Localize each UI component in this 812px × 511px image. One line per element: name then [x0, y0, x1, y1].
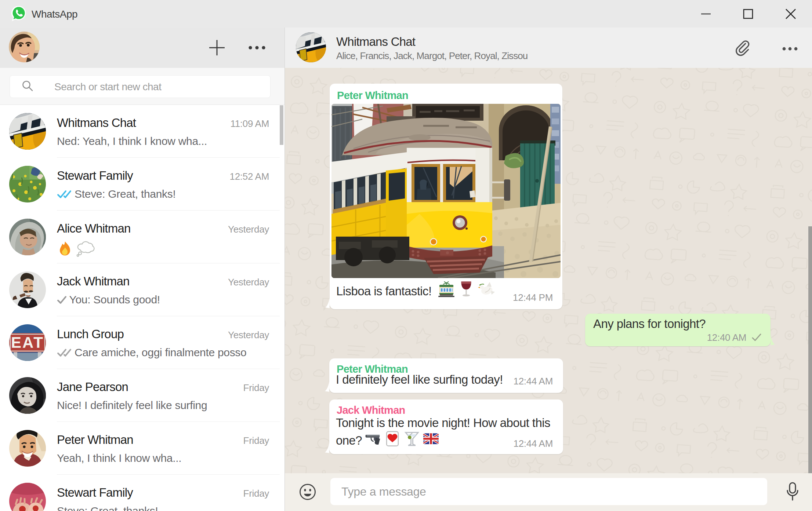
- svg-text:EAT: EAT: [11, 334, 44, 351]
